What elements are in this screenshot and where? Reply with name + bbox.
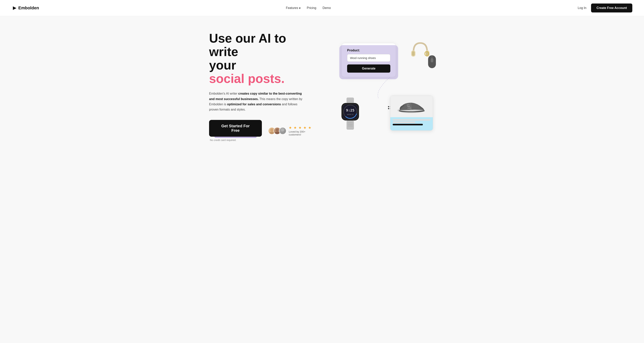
svg-rect-22 — [346, 120, 354, 130]
create-account-button[interactable]: Create Free Account — [591, 4, 632, 12]
hero-title-pink: social posts. — [209, 72, 284, 86]
login-button[interactable]: Log In — [578, 6, 586, 10]
shoe-cta-line — [393, 124, 423, 125]
svg-rect-13 — [431, 58, 433, 62]
svg-rect-7 — [412, 51, 415, 56]
shoe-image-area — [390, 96, 433, 117]
generate-button[interactable]: Generate — [347, 64, 390, 72]
hero-title-line2: your — [209, 58, 236, 72]
nav-right: Log In Create Free Account — [578, 4, 632, 12]
svg-text:MON 12: MON 12 — [347, 114, 354, 116]
hero-actions: Get Started For Free No credit card requ… — [209, 120, 318, 142]
smartwatch-decoration: 9:25 MON 12 — [338, 98, 363, 129]
avatars — [268, 127, 286, 134]
nav-features[interactable]: Features ▾ — [286, 6, 300, 10]
product-label: Product: — [347, 49, 390, 52]
hero-right: Product: Generate 9:25 MON 12 — [334, 43, 435, 132]
svg-text:9:25: 9:25 — [346, 108, 354, 112]
navbar: ▶ Embolden Features ▾ Pricing Demo Log I… — [0, 0, 644, 16]
desc-bold-2: optimized for sales and conversions — [227, 102, 281, 106]
logo-icon: ▶ — [12, 5, 17, 11]
decorative-curve — [376, 76, 392, 100]
proof-label: Loved by 200+ customers! — [289, 130, 318, 136]
avatar — [279, 127, 286, 134]
proof-text: ★ ★ ★ ★ ★ Loved by 200+ customers! — [289, 126, 318, 136]
svg-point-2 — [276, 128, 279, 132]
hero-title: Use our AI to write your social posts. — [209, 32, 318, 86]
svg-rect-14 — [346, 98, 354, 103]
shoe-line — [393, 119, 430, 121]
shoe-card — [390, 96, 433, 130]
shoe-card-content — [390, 117, 433, 127]
nav-pricing[interactable]: Pricing — [307, 6, 316, 10]
chevron-down-icon: ▾ — [299, 6, 300, 10]
logo[interactable]: ▶ Embolden — [12, 5, 39, 11]
product-input[interactable] — [347, 54, 390, 62]
hero-title-line1: Use our AI to write — [209, 31, 286, 59]
get-started-button[interactable]: Get Started For Free — [209, 120, 262, 137]
svg-point-0 — [270, 128, 273, 132]
product-card: Product: Generate — [342, 43, 396, 77]
social-proof: ★ ★ ★ ★ ★ Loved by 200+ customers! — [268, 126, 318, 136]
svg-point-4 — [281, 128, 284, 132]
hero-left: Use our AI to write your social posts. E… — [209, 32, 318, 144]
nav-demo[interactable]: Demo — [322, 6, 331, 10]
hero-section: Use our AI to write your social posts. E… — [186, 16, 458, 156]
star-rating: ★ ★ ★ ★ ★ — [289, 126, 318, 130]
hero-description: Embolden's AI writer creates copy simila… — [209, 91, 306, 112]
nav-center: Features ▾ Pricing Demo — [286, 6, 331, 10]
desc-normal-1: Embolden's AI writer — [209, 92, 238, 95]
svg-point-5 — [280, 132, 285, 134]
mouse-decoration — [428, 55, 437, 68]
shoe-line — [393, 122, 415, 123]
brand-name: Embolden — [18, 6, 39, 10]
no-credit-card-text: No credit card required. — [210, 138, 262, 142]
